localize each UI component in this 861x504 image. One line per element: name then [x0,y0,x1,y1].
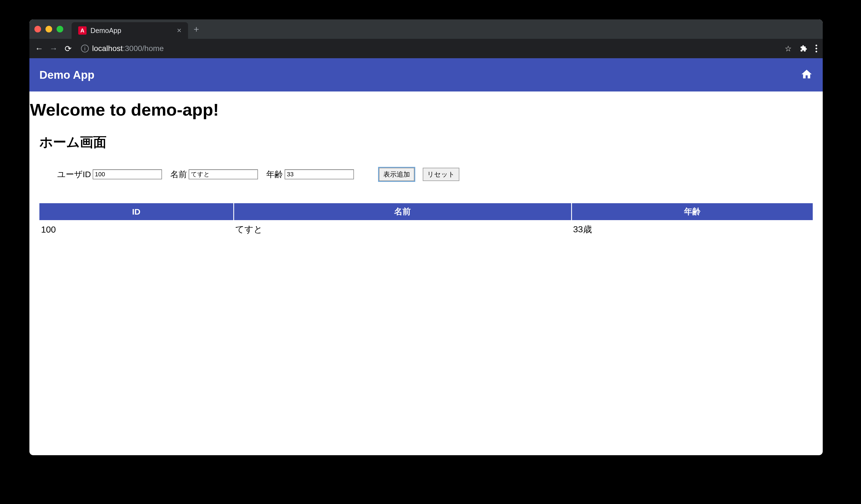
data-table: ID 名前 年齢 100 てすと 33歳 [39,203,813,239]
table-row: 100 てすと 33歳 [39,220,813,239]
star-icon[interactable]: ☆ [785,44,792,53]
cell-age: 33歳 [571,220,813,239]
maximize-window-button[interactable] [57,26,63,32]
url-path: :3000/home [123,44,164,53]
forward-icon[interactable]: → [50,44,58,53]
minimize-window-button[interactable] [45,26,52,32]
angular-favicon-icon: A [78,26,86,34]
extensions-icon[interactable] [800,45,807,52]
tab-title: DemoApp [91,27,173,34]
close-tab-icon[interactable]: × [177,26,181,35]
col-header-name: 名前 [234,203,571,220]
input-form: ユーザID 名前 年齢 表示追加 リセット [57,168,823,181]
name-label: 名前 [170,169,187,180]
browser-tab-bar: A DemoApp × + [29,19,823,39]
add-button[interactable]: 表示追加 [379,168,414,181]
browser-toolbar: ← → ⟳ i localhost:3000/home ☆ [29,39,823,58]
address-bar[interactable]: i localhost:3000/home [78,44,779,53]
col-header-id: ID [39,203,234,220]
user-id-label: ユーザID [57,169,91,180]
site-info-icon[interactable]: i [81,45,89,52]
col-header-age: 年齢 [571,203,813,220]
name-group: 名前 [170,169,258,180]
age-group: 年齢 [266,169,354,180]
back-icon[interactable]: ← [35,44,43,53]
toolbar-right: ☆ [785,44,817,53]
page-content: Welcome to demo-app! ホーム画面 ユーザID 名前 年齢 表… [29,100,823,239]
cell-name: てすと [234,220,571,239]
page-subtitle: ホーム画面 [39,134,823,151]
url-host: localhost [92,44,123,53]
home-icon[interactable] [801,68,813,82]
browser-menu-icon[interactable] [816,45,817,52]
age-label: 年齢 [266,169,283,180]
app-title: Demo App [39,69,95,81]
age-input[interactable] [285,169,354,179]
user-id-input[interactable] [93,169,162,179]
reset-button[interactable]: リセット [423,168,459,181]
new-tab-button[interactable]: + [194,24,199,34]
user-id-group: ユーザID [57,169,162,180]
reload-icon[interactable]: ⟳ [64,44,72,54]
browser-tab[interactable]: A DemoApp × [71,22,188,39]
name-input[interactable] [189,169,258,179]
app-header: Demo App [29,58,823,92]
close-window-button[interactable] [35,26,41,32]
welcome-heading: Welcome to demo-app! [29,100,823,120]
browser-window: A DemoApp × + ← → ⟳ i localhost:3000/hom… [29,19,823,455]
data-table-wrap: ID 名前 年齢 100 てすと 33歳 [39,203,813,239]
window-controls [35,26,63,32]
cell-id: 100 [39,220,234,239]
